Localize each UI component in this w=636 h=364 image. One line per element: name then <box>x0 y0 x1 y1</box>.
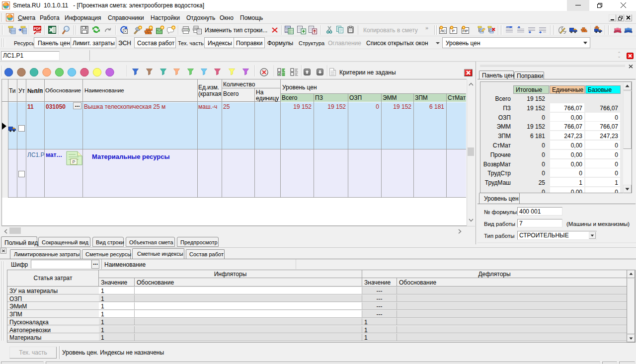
svg-text:P: P <box>72 159 75 164</box>
svg-text:ПР: ПР <box>463 29 468 33</box>
svg-text:PDF: PDF <box>34 27 41 30</box>
svg-text:Р: Р <box>452 29 455 33</box>
svg-text:ЛС: ЛС <box>440 29 446 33</box>
